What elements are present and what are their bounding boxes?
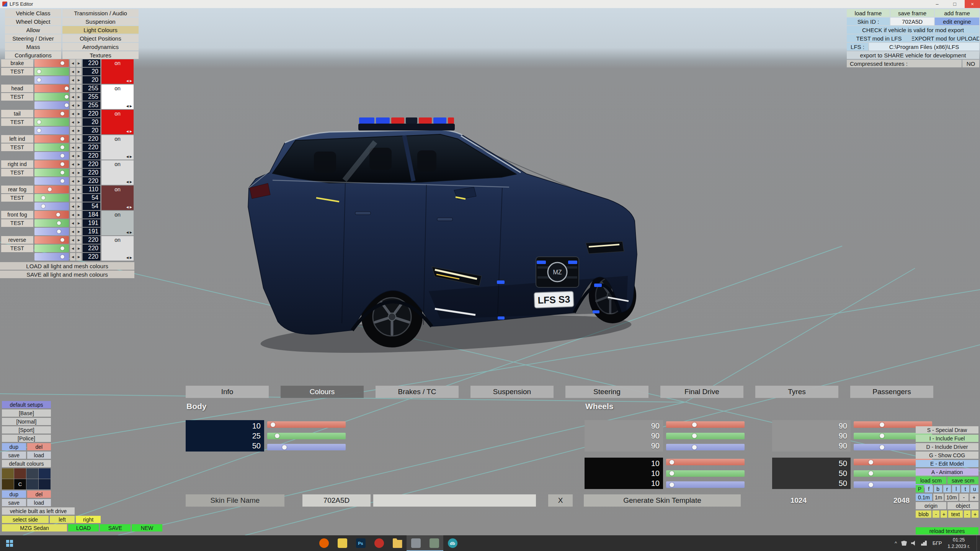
increase-arrow[interactable]: ▶ — [76, 118, 82, 126]
taskbar-app-file-explorer[interactable] — [388, 535, 407, 551]
b-channel-slider[interactable] — [34, 228, 69, 235]
toggle-g-show-cog[interactable]: G - Show COG — [916, 452, 978, 459]
light-on-state[interactable]: on — [101, 60, 134, 66]
decrease-arrow[interactable]: ◀ — [70, 59, 75, 67]
swatch-arrow[interactable]: ▶ — [130, 155, 132, 158]
g-channel-slider[interactable] — [34, 169, 69, 176]
light-on-state[interactable]: on — [101, 237, 134, 243]
maximize-button[interactable]: □ — [947, 0, 962, 8]
swatch-arrow[interactable]: ▶ — [130, 130, 132, 133]
side-right-button[interactable]: right — [76, 516, 101, 523]
light-colour-swatch[interactable]: on◀▶ — [101, 211, 134, 235]
slider-knob[interactable] — [275, 434, 279, 438]
decrease-arrow[interactable]: ◀ — [70, 202, 75, 210]
slider-knob[interactable] — [60, 154, 64, 158]
blob-text-3[interactable]: text — [948, 510, 962, 518]
skin-file-name-value[interactable]: 702A5D — [302, 494, 371, 507]
taskbar-app-gallery[interactable] — [333, 535, 351, 551]
generate-skin-template-button[interactable]: Generate Skin Template — [584, 494, 741, 507]
decrease-arrow[interactable]: ◀ — [70, 169, 75, 176]
increase-arrow[interactable]: ▶ — [76, 236, 82, 244]
save-frame-button[interactable]: save frame — [890, 9, 934, 17]
b-channel-slider[interactable] — [34, 101, 69, 109]
light-colour-swatch[interactable]: on◀▶ — [101, 135, 134, 160]
save-all-lights-button[interactable]: SAVE all light and mesh colours — [0, 271, 134, 278]
add-frame-button[interactable]: add frame — [935, 9, 979, 17]
default-colour-swatch-2[interactable] — [26, 468, 38, 479]
reload-textures-button[interactable]: reload textures — [916, 527, 978, 535]
key-r[interactable]: r — [943, 485, 951, 492]
b-channel-slider[interactable] — [34, 76, 69, 84]
increase-arrow[interactable]: ▶ — [76, 135, 82, 143]
slider-knob[interactable] — [37, 70, 41, 73]
toggle-a-animation[interactable]: A - Animation — [916, 468, 978, 476]
slider-knob[interactable] — [37, 129, 41, 132]
show-desktop-button[interactable] — [977, 535, 979, 551]
r-channel-slider[interactable] — [34, 186, 69, 193]
increase-arrow[interactable]: ▶ — [76, 93, 82, 101]
menu-item-light-colours[interactable]: Light Colours — [62, 26, 139, 34]
increase-arrow[interactable]: ▶ — [76, 169, 82, 176]
close-button[interactable]: × — [965, 0, 980, 8]
g-channel-slider[interactable] — [34, 143, 69, 151]
tab-passengers[interactable]: Passengers — [850, 386, 933, 398]
increase-arrow[interactable]: ▶ — [76, 194, 82, 202]
default-colour-swatch-0[interactable] — [2, 468, 14, 479]
scale-1m[interactable]: 1m — [933, 494, 944, 501]
decrease-arrow[interactable]: ◀ — [70, 110, 75, 117]
slider-knob[interactable] — [60, 238, 64, 242]
taskbar-app-lfs-editor[interactable] — [407, 535, 425, 551]
key-u[interactable]: u — [970, 485, 978, 492]
scale-0-1m[interactable]: 0.1m — [916, 494, 932, 501]
slider-knob[interactable] — [60, 145, 64, 149]
slider-knob[interactable] — [60, 162, 64, 166]
toggle-e-edit-model[interactable]: E - Edit Model — [916, 460, 978, 467]
load-vehicle-button[interactable]: LOAD — [68, 524, 99, 531]
body-colour-g-slider[interactable] — [267, 433, 346, 439]
g-channel-slider[interactable] — [34, 245, 69, 252]
load-frame-button[interactable]: load frame — [847, 9, 890, 17]
menu-item-steering-driver[interactable]: Steering / Driver — [5, 34, 61, 42]
setup-del-button[interactable]: del — [27, 443, 51, 450]
b-channel-slider[interactable] — [34, 152, 69, 160]
decrease-arrow[interactable]: ◀ — [70, 245, 75, 252]
slider-knob[interactable] — [65, 103, 69, 107]
decrease-arrow[interactable]: ◀ — [70, 143, 75, 151]
skin-id-value[interactable]: 702A5D — [890, 18, 934, 25]
menu-item-wheel-object[interactable]: Wheel Object — [5, 18, 61, 25]
key-b[interactable]: b — [934, 485, 942, 492]
select-side-button[interactable]: select side — [2, 516, 49, 523]
decrease-arrow[interactable]: ◀ — [70, 76, 75, 84]
decrease-arrow[interactable]: ◀ — [70, 253, 75, 261]
r-channel-slider[interactable] — [34, 85, 69, 92]
taskbar-app-red-app[interactable] — [370, 535, 388, 551]
increase-arrow[interactable]: ▶ — [76, 68, 82, 75]
decrease-arrow[interactable]: ◀ — [70, 236, 75, 244]
light-on-state[interactable]: on — [101, 186, 134, 192]
light-colour-swatch[interactable]: on◀▶ — [101, 110, 134, 134]
key-p[interactable]: P — [916, 485, 924, 492]
save-scm-button[interactable]: save scm — [947, 477, 978, 484]
blob-text-0[interactable]: blob — [916, 510, 931, 518]
g-channel-slider[interactable] — [34, 194, 69, 202]
slider-knob[interactable] — [60, 137, 64, 141]
export-mod-button[interactable]: EXPORT mod for UPLOAD — [912, 34, 979, 42]
swatch-arrow[interactable]: ◀ — [126, 205, 129, 209]
slider-knob[interactable] — [692, 434, 697, 438]
default-colour-swatch-4[interactable] — [2, 479, 14, 489]
slider-knob[interactable] — [670, 471, 674, 476]
slider-knob[interactable] — [60, 255, 64, 259]
model-name-button[interactable]: MZG Sedan — [2, 524, 67, 531]
r-channel-slider[interactable] — [34, 135, 69, 143]
side-left-button[interactable]: left — [50, 516, 75, 523]
slider-knob[interactable] — [692, 422, 697, 427]
swatch-arrow[interactable]: ▶ — [130, 205, 132, 209]
decrease-arrow[interactable]: ◀ — [70, 85, 75, 92]
slider-knob[interactable] — [880, 445, 884, 450]
test-mod-button[interactable]: TEST mod in LFS — [847, 34, 911, 42]
setup-police[interactable]: [Police] — [2, 435, 51, 442]
decrease-arrow[interactable]: ◀ — [70, 186, 75, 193]
origin-button[interactable]: origin — [916, 502, 946, 509]
toggle-i-include-fuel[interactable]: I - Include Fuel — [916, 435, 978, 442]
slider-knob[interactable] — [869, 483, 873, 487]
